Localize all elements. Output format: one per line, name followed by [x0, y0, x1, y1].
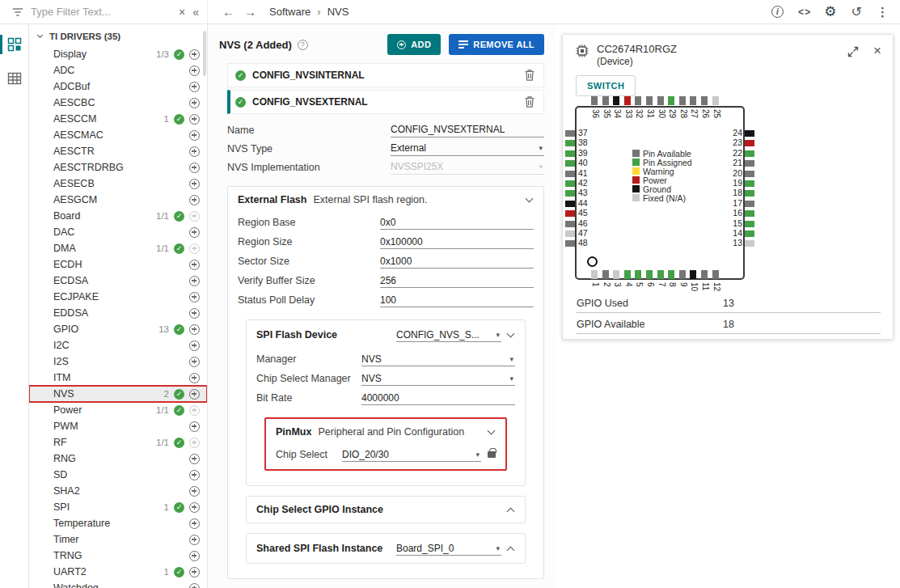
- pin-30-mark[interactable]: [657, 96, 664, 105]
- region-base-input[interactable]: 0x0: [380, 215, 534, 230]
- sidebar-item-nvs[interactable]: NVS2✓: [29, 386, 207, 402]
- pin-12-mark[interactable]: [712, 270, 719, 279]
- pinmux-header[interactable]: PinMux Peripheral and Pin Configuration: [266, 419, 505, 445]
- sidebar-item-aescmac[interactable]: AESCMAC: [29, 127, 207, 143]
- pin-3-mark[interactable]: [613, 270, 619, 279]
- sidebar-item-i2s[interactable]: I2S: [29, 353, 207, 370]
- sidebar-item-adcbuf[interactable]: ADCBuf: [29, 78, 207, 95]
- pin-4-mark[interactable]: [624, 270, 631, 279]
- sidebar-item-power[interactable]: Power1/1✓: [29, 402, 207, 418]
- region-size-input[interactable]: 0x100000: [380, 235, 534, 249]
- sidebar-item-aesecb[interactable]: AESECB: [29, 176, 207, 192]
- add-instance-icon[interactable]: [189, 389, 200, 400]
- sidebar-item-adc[interactable]: ADC: [29, 62, 207, 78]
- chevron-down-icon[interactable]: [488, 427, 496, 435]
- pin-36-mark[interactable]: [591, 96, 598, 105]
- clear-filter-icon[interactable]: ×: [179, 6, 185, 18]
- sidebar-item-aesctrdrbg[interactable]: AESCTRDRBG: [29, 159, 207, 176]
- instance-row-config-nvsexternal[interactable]: ✓CONFIG_NVSEXTERNAL: [227, 90, 544, 114]
- pin-22-mark[interactable]: [745, 150, 754, 157]
- sidebar-item-rf[interactable]: RF1/1✓: [29, 434, 207, 451]
- add-instance-icon[interactable]: [189, 421, 200, 432]
- add-instance-icon[interactable]: [189, 308, 200, 319]
- pin-28-mark[interactable]: [679, 96, 686, 105]
- pin-15-mark[interactable]: [745, 221, 754, 227]
- pin-39-mark[interactable]: [565, 150, 575, 157]
- add-instance-icon[interactable]: [189, 146, 200, 157]
- bit-rate-input[interactable]: 4000000: [361, 391, 515, 405]
- add-instance-icon[interactable]: [189, 163, 200, 173]
- add-instance-icon[interactable]: [189, 98, 200, 108]
- add-instance-icon[interactable]: [189, 454, 200, 464]
- memory-view-icon[interactable]: [0, 65, 28, 92]
- add-instance-icon[interactable]: [189, 357, 200, 367]
- chip-select-manager-select[interactable]: NVS▾: [361, 371, 515, 386]
- history-icon[interactable]: ↺: [851, 4, 862, 19]
- add-instance-icon[interactable]: [189, 583, 200, 588]
- add-instance-icon[interactable]: [189, 470, 200, 480]
- add-instance-icon[interactable]: [189, 66, 200, 76]
- sidebar-item-watchdog[interactable]: Watchdog: [29, 580, 207, 588]
- back-icon[interactable]: ←: [222, 5, 235, 19]
- pin-5-mark[interactable]: [635, 270, 641, 279]
- pin-16-mark[interactable]: [745, 210, 754, 217]
- pin-13-mark[interactable]: [745, 240, 754, 247]
- sidebar-item-itm[interactable]: ITM: [29, 370, 207, 386]
- pin-14-mark[interactable]: [745, 231, 754, 237]
- sidebar-item-dma[interactable]: DMA1/1✓: [29, 240, 207, 256]
- pin-8-mark[interactable]: [668, 270, 674, 279]
- sidebar-item-aesccm[interactable]: AESCCM1✓: [29, 111, 207, 127]
- pin-47-mark[interactable]: [565, 231, 575, 237]
- forward-icon[interactable]: →: [244, 5, 256, 19]
- add-button[interactable]: ADD: [387, 34, 441, 55]
- config-view-icon[interactable]: [0, 31, 28, 58]
- code-view-icon[interactable]: < >: [798, 6, 809, 18]
- pin-21-mark[interactable]: [745, 160, 754, 167]
- shared-spi-select[interactable]: Board_SPI_0 ▾: [396, 541, 501, 556]
- add-instance-icon[interactable]: [189, 82, 200, 92]
- add-instance-icon[interactable]: [189, 260, 200, 270]
- pin-45-mark[interactable]: [565, 210, 575, 217]
- sidebar-item-ecdsa[interactable]: ECDSA: [29, 273, 207, 289]
- manager-select[interactable]: NVS▾: [361, 352, 515, 366]
- add-instance-icon[interactable]: [189, 114, 200, 125]
- sidebar-item-aescbc[interactable]: AESCBC: [29, 95, 207, 111]
- pin-11-mark[interactable]: [701, 270, 708, 279]
- sidebar-item-board[interactable]: Board1/1✓: [29, 208, 207, 224]
- sidebar-item-sd[interactable]: SD: [29, 467, 207, 483]
- pin-38-mark[interactable]: [565, 140, 575, 146]
- status-poll-delay-input[interactable]: 100: [380, 293, 534, 307]
- pin-26-mark[interactable]: [701, 96, 708, 105]
- pin-40-mark[interactable]: [565, 160, 575, 167]
- pin-27-mark[interactable]: [690, 96, 696, 105]
- ti-drivers-group-header[interactable]: TI DRIVERS (35): [29, 24, 207, 46]
- pin-23-mark[interactable]: [745, 140, 754, 146]
- external-flash-header[interactable]: External Flash External SPI flash region…: [228, 187, 543, 213]
- add-instance-icon[interactable]: [189, 324, 200, 335]
- verify-buffer-size-input[interactable]: 256: [380, 273, 534, 288]
- filter-input[interactable]: [31, 6, 171, 18]
- sidebar-item-pwm[interactable]: PWM: [29, 418, 207, 434]
- pin-34-mark[interactable]: [613, 96, 619, 105]
- pin-20-mark[interactable]: [745, 171, 754, 177]
- sidebar-item-sha2[interactable]: SHA2: [29, 483, 207, 499]
- pin-2-mark[interactable]: [602, 270, 609, 279]
- shared-spi-header[interactable]: Shared SPI Flash Instance Board_SPI_0 ▾: [247, 534, 525, 563]
- pin-42-mark[interactable]: [565, 180, 575, 187]
- pin-31-mark[interactable]: [646, 96, 653, 105]
- add-instance-icon[interactable]: [189, 502, 200, 513]
- sidebar-item-uart2[interactable]: UART21✓: [29, 564, 207, 580]
- add-instance-icon[interactable]: [189, 179, 200, 189]
- chevron-up-icon[interactable]: [507, 546, 515, 554]
- instance-row-config-nvsinternal[interactable]: ✓CONFIG_NVSINTERNAL: [227, 63, 544, 87]
- more-menu-icon[interactable]: ⋮: [877, 5, 889, 19]
- delete-instance-icon[interactable]: [524, 95, 535, 108]
- sidebar-item-aesgcm[interactable]: AESGCM: [29, 192, 207, 208]
- add-instance-icon[interactable]: [189, 130, 200, 141]
- delete-instance-icon[interactable]: [524, 69, 535, 82]
- info-icon[interactable]: i: [771, 6, 784, 18]
- collapse-sidebar-icon[interactable]: «: [192, 6, 199, 18]
- sidebar-item-trng[interactable]: TRNG: [29, 548, 207, 564]
- sidebar-item-temperature[interactable]: Temperature: [29, 515, 207, 531]
- spi-flash-device-header[interactable]: SPI Flash Device CONFIG_NVS_S... ▾: [247, 320, 525, 349]
